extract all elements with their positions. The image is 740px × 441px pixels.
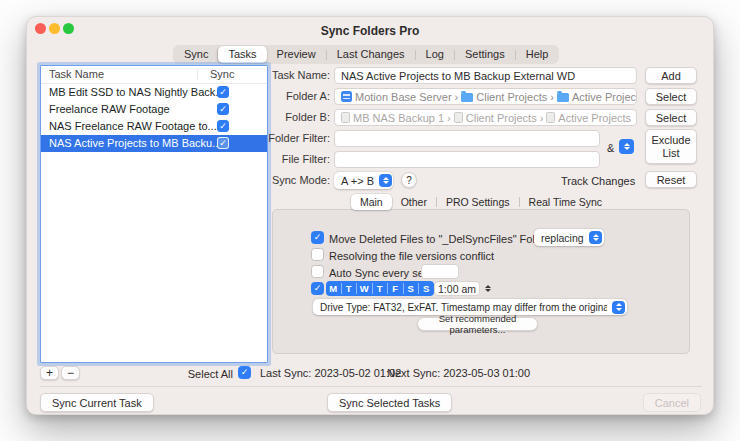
- task-list-panel: Task Name Sync MB Edit SSD to NAS Nightl…: [40, 65, 268, 363]
- drive-type-value: Drive Type: FAT32, ExFAT. Timestamp may …: [320, 302, 607, 313]
- track-changes-label: Track Changes: [561, 174, 635, 188]
- add-button[interactable]: Add: [645, 67, 697, 84]
- select-all-checkbox[interactable]: [238, 366, 251, 379]
- resolving-conflict-label: Resolving the file versions conflict: [329, 249, 494, 263]
- tab-help[interactable]: Help: [516, 46, 559, 63]
- move-deleted-mode-value: replacing: [541, 232, 584, 244]
- folder-a-crumb: Active Projects: [572, 91, 637, 103]
- exclude-list-button[interactable]: Exclude List: [645, 129, 697, 164]
- chevron-down-icon: [624, 147, 630, 150]
- help-button[interactable]: ?: [401, 172, 417, 188]
- crumb-separator: ›: [550, 91, 554, 103]
- weekday-monday[interactable]: M: [326, 281, 341, 296]
- task-sync-checkbox[interactable]: [217, 137, 229, 149]
- task-row-label: NAS Freelance RAW Footage to...: [49, 118, 227, 135]
- file-filter-label: File Filter:: [250, 151, 330, 168]
- sync-mode-stepper: [379, 174, 392, 187]
- schedule-time-input[interactable]: 1:00 am: [434, 281, 480, 296]
- select-folder-b-button[interactable]: Select: [645, 109, 697, 126]
- task-row-label: NAS Active Projects to MB Backu...: [49, 135, 227, 152]
- server-icon: [341, 91, 352, 102]
- column-header-sync[interactable]: Sync: [210, 68, 234, 80]
- subtab-main[interactable]: Main: [351, 194, 392, 210]
- folder-a-crumb: Motion Base Server: [355, 91, 452, 103]
- folder-b-path[interactable]: MB NAS Backup 1 › Client Projects › Acti…: [334, 109, 637, 126]
- folder-filter-label: Folder Filter:: [250, 130, 330, 147]
- auto-sync-checkbox[interactable]: [311, 265, 324, 278]
- folder-b-crumb: MB NAS Backup 1: [353, 112, 444, 124]
- tab-sync[interactable]: Sync: [174, 46, 218, 63]
- app-window: Sync Folders Pro Sync Tasks Preview Last…: [26, 16, 714, 415]
- reset-button[interactable]: Reset: [645, 171, 697, 188]
- weekday-thursday[interactable]: T: [373, 281, 388, 296]
- auto-sync-label: Auto Sync every sec.: [329, 266, 432, 280]
- tab-preview[interactable]: Preview: [267, 46, 326, 63]
- task-sync-checkbox[interactable]: [217, 103, 229, 115]
- cancel-button[interactable]: Cancel: [643, 393, 701, 412]
- folder-b-crumb: Client Projects: [466, 112, 537, 124]
- schedule-time-stepper[interactable]: [483, 281, 493, 296]
- folder-a-path[interactable]: Motion Base Server › Client Projects › A…: [334, 88, 637, 105]
- main-tab-bar: Sync Tasks Preview Last Changes Log Sett…: [173, 45, 559, 64]
- filter-operator-stepper[interactable]: [619, 139, 634, 154]
- sync-selected-tasks-button[interactable]: Sync Selected Tasks: [327, 393, 452, 412]
- task-row[interactable]: MB Edit SSD to NAS Nightly Back...: [41, 84, 267, 101]
- select-all-label: Select All: [177, 367, 233, 381]
- move-deleted-label: Move Deleted Files to "_DelSyncFiles" Fo…: [329, 232, 569, 246]
- schedule-time-value: 1:00 am: [438, 283, 476, 295]
- weekday-wednesday[interactable]: W: [357, 281, 372, 296]
- sync-mode-select[interactable]: A +> B: [334, 172, 393, 189]
- weekday-friday[interactable]: F: [388, 281, 403, 296]
- move-deleted-mode-select[interactable]: replacing: [534, 229, 604, 246]
- task-row-selected[interactable]: NAS Active Projects to MB Backu...: [41, 135, 267, 152]
- next-sync-status: Next Sync: 2023-05-03 01:00: [387, 367, 530, 379]
- task-name-input[interactable]: NAS Active Projects to MB Backup Externa…: [334, 67, 637, 84]
- task-sync-checkbox[interactable]: [217, 86, 229, 98]
- remove-task-button[interactable]: −: [61, 366, 80, 380]
- weekday-tuesday[interactable]: T: [342, 281, 357, 296]
- folder-b-crumb: Active Projects: [558, 112, 631, 124]
- weekday-saturday[interactable]: S: [404, 281, 419, 296]
- sync-mode-value: A +> B: [341, 175, 374, 187]
- subtab-pro-settings[interactable]: PRO Settings: [437, 194, 519, 210]
- filter-operator-label: &: [607, 141, 614, 155]
- drive-type-stepper: [612, 301, 625, 314]
- file-filter-input[interactable]: [334, 151, 600, 168]
- tab-tasks[interactable]: Tasks: [218, 46, 266, 63]
- task-sync-checkbox[interactable]: [217, 120, 229, 132]
- subtab-other[interactable]: Other: [392, 194, 436, 210]
- task-name-label: Task Name:: [250, 67, 330, 84]
- weekday-sunday[interactable]: S: [419, 281, 434, 296]
- folder-a-label: Folder A:: [250, 88, 330, 105]
- task-row-label: Freelance RAW Footage: [49, 101, 227, 118]
- tab-last-changes[interactable]: Last Changes: [327, 46, 415, 63]
- task-row-label: MB Edit SSD to NAS Nightly Back...: [49, 84, 227, 101]
- task-row[interactable]: Freelance RAW Footage: [41, 101, 267, 118]
- crumb-separator: ›: [540, 112, 544, 124]
- tab-settings[interactable]: Settings: [455, 46, 515, 63]
- tab-log[interactable]: Log: [416, 46, 454, 63]
- task-name-value: NAS Active Projects to MB Backup Externa…: [341, 70, 575, 82]
- crumb-separator: ›: [455, 91, 459, 103]
- document-icon: [341, 112, 350, 123]
- select-folder-a-button[interactable]: Select: [645, 88, 697, 105]
- subtab-real-time-sync[interactable]: Real Time Sync: [520, 194, 612, 210]
- crumb-separator: ›: [447, 112, 451, 124]
- auto-sync-seconds-input[interactable]: [421, 264, 459, 279]
- folder-icon: [557, 93, 569, 102]
- move-deleted-checkbox[interactable]: [311, 231, 324, 244]
- document-icon: [546, 112, 555, 123]
- last-sync-status: Last Sync: 2023-05-02 01:02: [260, 367, 401, 379]
- document-icon: [454, 112, 463, 123]
- resolving-conflict-checkbox[interactable]: [311, 248, 324, 261]
- set-recommended-parameters-button[interactable]: Set recommended parameters...: [417, 317, 538, 331]
- folder-filter-input[interactable]: [334, 130, 600, 147]
- add-task-button[interactable]: +: [40, 366, 59, 380]
- desktop: Sync Folders Pro Sync Tasks Preview Last…: [0, 0, 740, 441]
- sync-current-task-button[interactable]: Sync Current Task: [40, 393, 154, 412]
- column-header-task-name[interactable]: Task Name: [49, 68, 104, 80]
- schedule-checkbox[interactable]: [311, 282, 324, 295]
- weekday-selector[interactable]: M T W T F S S: [326, 281, 434, 296]
- task-row[interactable]: NAS Freelance RAW Footage to...: [41, 118, 267, 135]
- column-divider: [197, 69, 198, 80]
